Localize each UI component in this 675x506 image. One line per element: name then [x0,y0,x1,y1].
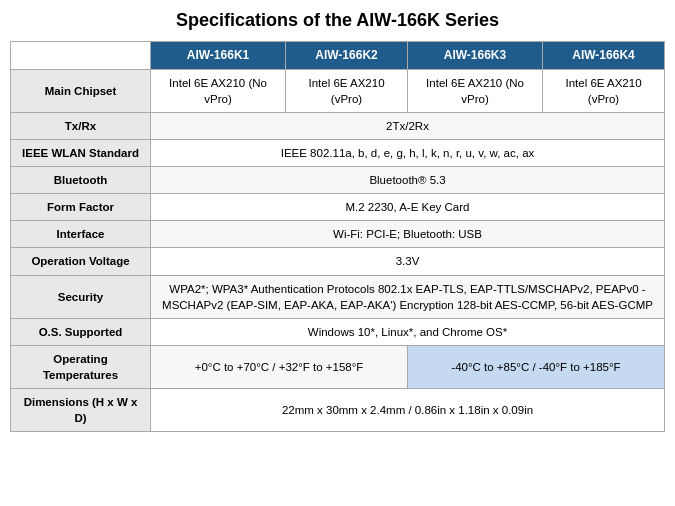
page-container: Specifications of the AIW-166K Series AI… [10,10,665,432]
table-row: Interface Wi-Fi: PCI-E; Bluetooth: USB [11,221,665,248]
label-main-chipset: Main Chipset [11,69,151,112]
table-header-row: AIW-166K1 AIW-166K2 AIW-166K3 AIW-166K4 [11,42,665,70]
header-col3: AIW-166K3 [407,42,542,70]
label-os-supported: O.S. Supported [11,318,151,345]
cell-chipset-col2: Intel 6E AX210 (vPro) [286,69,408,112]
cell-operation-voltage: 3.3V [151,248,665,275]
table-row: Operation Voltage 3.3V [11,248,665,275]
header-col4: AIW-166K4 [543,42,665,70]
cell-os-supported: Windows 10*, Linux*, and Chrome OS* [151,318,665,345]
table-row: Dimensions (H x W x D) 22mm x 30mm x 2.4… [11,389,665,432]
table-row: Main Chipset Intel 6E AX210 (No vPro) In… [11,69,665,112]
label-bluetooth: Bluetooth [11,167,151,194]
cell-txrx: 2Tx/2Rx [151,112,665,139]
header-col1: AIW-166K1 [151,42,286,70]
label-operation-voltage: Operation Voltage [11,248,151,275]
table-row: Bluetooth Bluetooth® 5.3 [11,167,665,194]
label-txrx: Tx/Rx [11,112,151,139]
cell-ieee-wlan: IEEE 802.11a, b, d, e, g, h, l, k, n, r,… [151,140,665,167]
page-title: Specifications of the AIW-166K Series [10,10,665,31]
label-operating-temperatures: Operating Temperatures [11,345,151,388]
cell-chipset-col1: Intel 6E AX210 (No vPro) [151,69,286,112]
label-ieee-wlan: IEEE WLAN Standard [11,140,151,167]
cell-chipset-col3: Intel 6E AX210 (No vPro) [407,69,542,112]
cell-interface: Wi-Fi: PCI-E; Bluetooth: USB [151,221,665,248]
table-row: Operating Temperatures +0°C to +70°C / +… [11,345,665,388]
cell-temp-col12: +0°C to +70°C / +32°F to +158°F [151,345,408,388]
label-form-factor: Form Factor [11,194,151,221]
table-row: Form Factor M.2 2230, A-E Key Card [11,194,665,221]
table-row: Security WPA2*; WPA3* Authentication Pro… [11,275,665,318]
label-dimensions: Dimensions (H x W x D) [11,389,151,432]
cell-form-factor: M.2 2230, A-E Key Card [151,194,665,221]
cell-chipset-col4: Intel 6E AX210 (vPro) [543,69,665,112]
cell-dimensions: 22mm x 30mm x 2.4mm / 0.86in x 1.18in x … [151,389,665,432]
cell-temp-col34: -40°C to +85°C / -40°F to +185°F [407,345,664,388]
table-row: O.S. Supported Windows 10*, Linux*, and … [11,318,665,345]
table-row: Tx/Rx 2Tx/2Rx [11,112,665,139]
label-interface: Interface [11,221,151,248]
table-row: IEEE WLAN Standard IEEE 802.11a, b, d, e… [11,140,665,167]
header-col2: AIW-166K2 [286,42,408,70]
cell-security: WPA2*; WPA3* Authentication Protocols 80… [151,275,665,318]
header-blank [11,42,151,70]
label-security: Security [11,275,151,318]
cell-bluetooth: Bluetooth® 5.3 [151,167,665,194]
specs-table: AIW-166K1 AIW-166K2 AIW-166K3 AIW-166K4 … [10,41,665,432]
